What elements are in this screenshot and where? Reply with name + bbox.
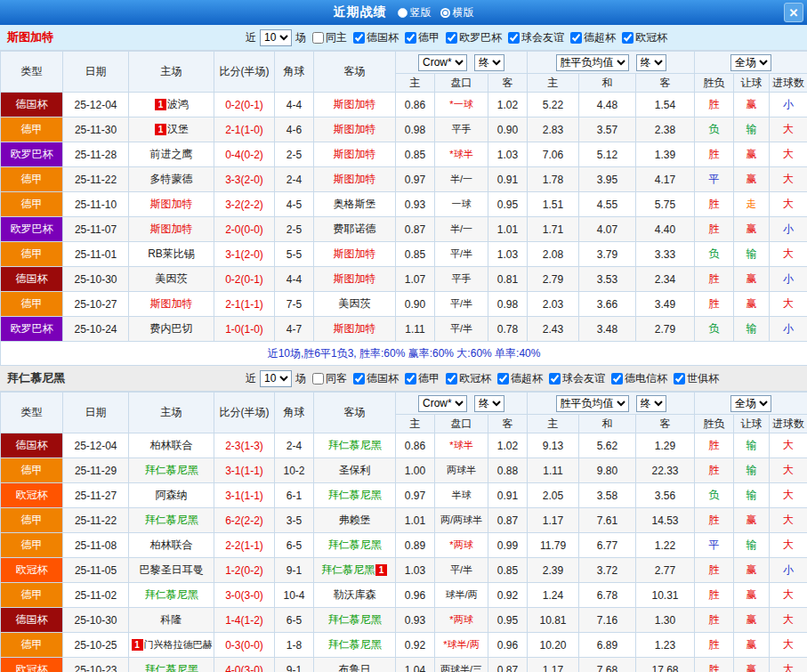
asian-home-odds: 1.11 bbox=[396, 317, 435, 342]
asian-odds-group: Crow*终 bbox=[396, 52, 528, 74]
league-cell: 欧冠杯 bbox=[1, 658, 63, 672]
filter-checkbox-7[interactable]: 世俱杯 bbox=[674, 371, 719, 386]
euro-odds-select[interactable]: 胜平负均值 bbox=[556, 54, 629, 71]
checkbox-input[interactable] bbox=[353, 373, 365, 385]
euro-draw-odds: 3.58 bbox=[579, 483, 636, 508]
checkbox-input[interactable] bbox=[508, 32, 520, 44]
checkbox-input[interactable] bbox=[446, 32, 457, 44]
euro-time-select[interactable]: 终 bbox=[636, 54, 666, 71]
asian-away-odds: 0.90 bbox=[488, 117, 528, 142]
goals-result-cell: 大 bbox=[770, 242, 807, 267]
checkbox-input[interactable] bbox=[405, 32, 416, 44]
euro-draw-odds: 6.77 bbox=[579, 533, 636, 558]
score-cell: 1-2(0-2) bbox=[214, 558, 275, 583]
match-row: 德甲25-11-301汉堡2-1(1-0)4-6斯图加特0.98平手0.902.… bbox=[1, 117, 807, 142]
filter-checkbox-3[interactable]: 欧罗巴杯 bbox=[446, 30, 502, 45]
handicap-result-cell: 赢 bbox=[734, 508, 770, 533]
asian-time-select[interactable]: 终 bbox=[474, 395, 504, 412]
games-label: 场 bbox=[295, 30, 306, 45]
team-name: 奥格斯堡 bbox=[334, 198, 376, 210]
filter-checkbox-2[interactable]: 德甲 bbox=[405, 30, 440, 45]
away-team-cell: 弗赖堡 bbox=[314, 508, 396, 533]
handicap-cell: 两球半/三 bbox=[435, 658, 488, 672]
scope-select[interactable]: 全场 bbox=[730, 395, 771, 412]
bookmaker-select[interactable]: Crow* bbox=[418, 54, 467, 71]
euro-home-odds: 2.03 bbox=[528, 292, 579, 317]
home-team-cell: 巴黎圣日耳曼 bbox=[129, 558, 214, 583]
euro-time-select[interactable]: 终 bbox=[636, 395, 666, 412]
checkbox-input[interactable] bbox=[312, 373, 324, 385]
handicap-result-cell: 输 bbox=[734, 242, 770, 267]
winloss-result-cell: 胜 bbox=[695, 433, 734, 458]
away-team-cell: 美因茨 bbox=[314, 292, 396, 317]
scope-select[interactable]: 全场 bbox=[730, 54, 771, 71]
euro-home-odds: 1.17 bbox=[528, 658, 579, 672]
away-team-cell: 斯图加特 bbox=[314, 267, 396, 292]
filter-checkbox-2[interactable]: 德甲 bbox=[405, 371, 440, 386]
checkbox-label: 欧冠杯 bbox=[635, 30, 667, 45]
euro-away-odds: 3.49 bbox=[636, 292, 695, 317]
score-cell: 3-2(2-2) bbox=[214, 192, 275, 217]
asian-home-odds: 0.85 bbox=[396, 142, 435, 167]
checkbox-input[interactable] bbox=[674, 373, 685, 385]
sub-col-header-5: 客 bbox=[636, 415, 695, 433]
handicap-result-cell: 输 bbox=[734, 483, 770, 508]
recent-count-group: 近10场 bbox=[246, 29, 306, 46]
match-count-select[interactable]: 10 bbox=[260, 29, 292, 46]
handicap-result-cell: 输 bbox=[734, 317, 770, 342]
match-count-select[interactable]: 10 bbox=[260, 370, 292, 387]
checkbox-input[interactable] bbox=[353, 32, 365, 44]
match-row: 德甲25-11-22多特蒙德3-3(2-0)2-4斯图加特0.97半/一0.91… bbox=[1, 167, 807, 192]
team-name: 汉堡 bbox=[167, 123, 189, 135]
filter-checkbox-5[interactable]: 德超杯 bbox=[570, 30, 616, 45]
filter-checkbox-6[interactable]: 德电信杯 bbox=[611, 371, 667, 386]
euro-draw-odds: 4.07 bbox=[579, 217, 636, 242]
asian-home-odds: 0.86 bbox=[396, 433, 435, 458]
red-card-badge: 1 bbox=[375, 564, 387, 576]
filter-checkbox-3[interactable]: 欧冠杯 bbox=[446, 371, 491, 386]
euro-odds-select[interactable]: 胜平负均值 bbox=[556, 395, 629, 412]
asian-time-select[interactable]: 终 bbox=[474, 54, 504, 71]
layout-radio-1[interactable]: 横版 bbox=[440, 5, 474, 20]
filter-checkbox-4[interactable]: 球会友谊 bbox=[508, 30, 564, 45]
filter-checkbox-1[interactable]: 德国杯 bbox=[353, 371, 399, 386]
handicap-cell: 两/两球半 bbox=[435, 508, 488, 533]
team-name: 费耶诺德 bbox=[334, 223, 376, 235]
bookmaker-select[interactable]: Crow* bbox=[418, 395, 467, 412]
euro-home-odds: 11.79 bbox=[528, 533, 579, 558]
filter-checkbox-5[interactable]: 球会友谊 bbox=[549, 371, 605, 386]
date-cell: 25-10-30 bbox=[63, 608, 129, 633]
close-button[interactable]: ✕ bbox=[784, 3, 803, 22]
euro-draw-odds: 6.89 bbox=[579, 633, 636, 658]
checkbox-input[interactable] bbox=[622, 32, 633, 44]
col-header-0: 类型 bbox=[1, 52, 63, 93]
checkbox-input[interactable] bbox=[570, 32, 582, 44]
scope-group: 全场 bbox=[695, 52, 807, 74]
filter-checkbox-0[interactable]: 同主 bbox=[312, 30, 347, 45]
away-team-cell: 斯图加特 bbox=[314, 93, 396, 117]
goals-result-cell: 大 bbox=[770, 483, 807, 508]
away-team-cell: 拜仁慕尼黑 bbox=[314, 483, 396, 508]
checkbox-input[interactable] bbox=[611, 373, 623, 385]
euro-draw-odds: 3.53 bbox=[579, 267, 636, 292]
euro-home-odds: 7.06 bbox=[528, 142, 579, 167]
checkbox-input[interactable] bbox=[312, 32, 324, 44]
winloss-result-cell: 负 bbox=[695, 117, 734, 142]
filter-checkbox-0[interactable]: 同客 bbox=[312, 371, 347, 386]
match-row: 德国杯25-12-04柏林联合2-3(1-3)2-4拜仁慕尼黑0.86*球半1.… bbox=[1, 433, 807, 458]
filter-checkbox-4[interactable]: 德超杯 bbox=[497, 371, 543, 386]
handicap-result-cell: 赢 bbox=[734, 217, 770, 242]
checkbox-input[interactable] bbox=[549, 373, 561, 385]
checkbox-input[interactable] bbox=[405, 373, 416, 385]
layout-radio-0[interactable]: 竖版 bbox=[398, 5, 432, 20]
asian-away-odds: 0.96 bbox=[488, 633, 528, 658]
corner-cell: 3-5 bbox=[275, 508, 314, 533]
corner-cell: 4-4 bbox=[275, 93, 314, 117]
handicap-result-cell: 赢 bbox=[734, 93, 770, 117]
checkbox-input[interactable] bbox=[446, 373, 457, 385]
league-cell: 欧冠杯 bbox=[1, 483, 63, 508]
checkbox-input[interactable] bbox=[497, 373, 509, 385]
filter-checkbox-1[interactable]: 德国杯 bbox=[353, 30, 399, 45]
filter-checkbox-6[interactable]: 欧冠杯 bbox=[622, 30, 667, 45]
goals-result-cell: 大 bbox=[770, 117, 807, 142]
